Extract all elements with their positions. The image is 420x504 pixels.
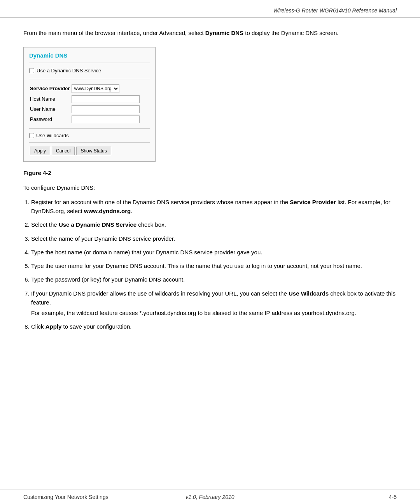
- service-provider-row: Service Provider www.DynDNS.org: [29, 83, 150, 94]
- step-1-bold2: www.dyndns.org: [84, 208, 131, 214]
- footer-center: v1.0, February 2010: [186, 494, 234, 500]
- step-3: Select the name of your Dynamic DNS serv…: [31, 234, 397, 243]
- dns-buttons-row: Apply Cancel Show Status: [29, 147, 150, 155]
- steps-list: Register for an account with one of the …: [31, 198, 397, 331]
- dns-box-title: Dynamic DNS: [29, 52, 150, 59]
- dns-box: Dynamic DNS Use a Dynamic DNS Service Se…: [23, 47, 156, 162]
- password-input[interactable]: [72, 116, 140, 123]
- host-name-input[interactable]: [72, 95, 140, 103]
- password-row: Password: [29, 114, 150, 124]
- intro-text-start: From the main menu of the browser interf…: [23, 30, 205, 36]
- user-name-label: User Name: [29, 104, 71, 114]
- use-wildcards-label: Use Wildcards: [36, 133, 69, 138]
- dns-form-table: Service Provider www.DynDNS.org Host Nam…: [29, 83, 150, 124]
- step-5: Type the user name for your Dynamic DNS …: [31, 261, 397, 270]
- user-name-input[interactable]: [72, 105, 140, 113]
- page-footer: Customizing Your Network Settings v1.0, …: [0, 490, 420, 504]
- use-wildcards-checkbox[interactable]: [29, 133, 34, 138]
- footer-left: Customizing Your Network Settings: [23, 494, 108, 500]
- footer-right: 4-5: [389, 494, 397, 500]
- intro-text-end: to display the Dynamic DNS screen.: [243, 30, 338, 36]
- password-input-cell: [71, 114, 150, 124]
- wildcards-row: Use Wildcards: [29, 133, 150, 138]
- cancel-button[interactable]: Cancel: [52, 147, 75, 155]
- service-provider-label: Service Provider: [29, 83, 71, 94]
- use-dns-label: Use a Dynamic DNS Service: [37, 68, 101, 74]
- step-8: Click Apply to save your configuration.: [31, 322, 397, 331]
- page-header: Wireless-G Router WGR614v10 Reference Ma…: [0, 0, 420, 18]
- step-2-bold: Use a Dynamic DNS Service: [59, 221, 136, 228]
- service-provider-value-cell: www.DynDNS.org: [71, 83, 150, 94]
- dns-divider-1: [29, 63, 150, 63]
- host-name-label: Host Name: [29, 94, 71, 104]
- step-1: Register for an account with one of the …: [31, 198, 397, 216]
- step-7: If your Dynamic DNS provider allows the …: [31, 289, 397, 318]
- apply-button[interactable]: Apply: [30, 147, 50, 155]
- user-name-input-cell: [71, 104, 150, 114]
- intro-paragraph: From the main menu of the browser interf…: [23, 29, 397, 38]
- intro-bold: Dynamic DNS: [205, 30, 243, 36]
- body-para: To configure Dynamic DNS:: [23, 183, 397, 192]
- use-dns-row: Use a Dynamic DNS Service: [29, 68, 150, 74]
- host-name-row: Host Name: [29, 94, 150, 104]
- header-title: Wireless-G Router WGR614v10 Reference Ma…: [273, 7, 397, 14]
- step-7-sub: For example, the wildcard feature causes…: [31, 308, 397, 317]
- main-content: From the main menu of the browser interf…: [0, 18, 420, 344]
- dns-divider-4: [29, 142, 150, 143]
- host-name-input-cell: [71, 94, 150, 104]
- step-2: Select the Use a Dynamic DNS Service che…: [31, 220, 397, 229]
- use-dns-checkbox[interactable]: [29, 68, 34, 73]
- step-8-bold: Apply: [46, 323, 62, 330]
- dns-screenshot-container: Dynamic DNS Use a Dynamic DNS Service Se…: [23, 47, 397, 162]
- step-6: Type the password (or key) for your Dyna…: [31, 275, 397, 284]
- service-provider-select[interactable]: www.DynDNS.org: [72, 84, 119, 93]
- dns-divider-2: [29, 79, 150, 79]
- user-name-row: User Name: [29, 104, 150, 114]
- password-label: Password: [29, 114, 71, 124]
- figure-label: Figure 4-2: [23, 170, 397, 176]
- show-status-button[interactable]: Show Status: [76, 147, 111, 155]
- step-7-bold: Use Wildcards: [289, 290, 329, 297]
- step-4: Type the host name (or domain name) that…: [31, 248, 397, 257]
- step-1-bold: Service Provider: [290, 199, 336, 205]
- dns-divider-3: [29, 128, 150, 129]
